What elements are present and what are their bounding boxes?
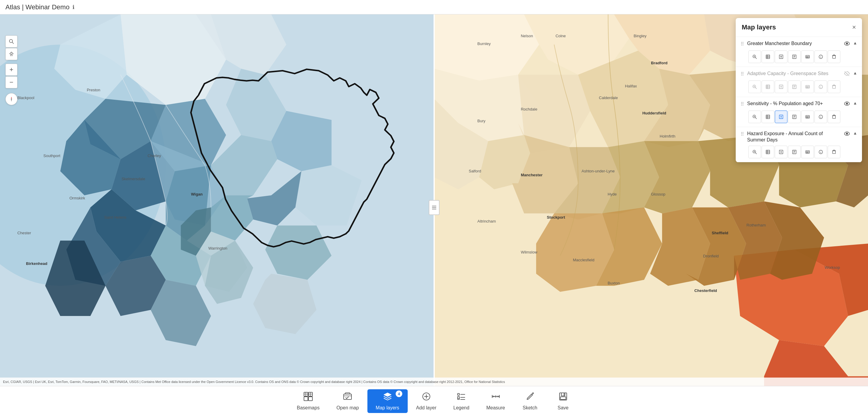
layer-fields-btn-1[interactable] xyxy=(788,50,801,63)
svg-rect-182 xyxy=(833,151,835,153)
svg-marker-57 xyxy=(728,201,782,280)
zoom-in-button[interactable]: + xyxy=(5,64,18,76)
info-icon[interactable]: ℹ xyxy=(72,4,74,10)
toolbar-measure[interactable]: Measure xyxy=(478,389,513,413)
layer-collapse-4[interactable]: ▲ xyxy=(853,131,857,135)
home-button[interactable] xyxy=(5,48,18,60)
layers-panel: Map layers × ⠿ Greater Manchester Bounda… xyxy=(736,18,862,162)
svg-marker-61 xyxy=(11,97,12,99)
layer-info-btn-3[interactable] xyxy=(814,110,827,123)
measure-label: Measure xyxy=(486,405,505,411)
sketch-label: Sketch xyxy=(523,405,537,411)
layer-actions-3 xyxy=(748,110,857,123)
layer-export-btn-2[interactable] xyxy=(775,80,787,93)
svg-marker-41 xyxy=(434,99,488,189)
svg-marker-54 xyxy=(596,208,662,286)
layer-item-adaptive-capacity: ⠿ Adaptive Capacity - Greenspace Sites ▲ xyxy=(736,67,862,97)
layers-panel-header: Map layers × xyxy=(736,18,862,37)
svg-marker-20 xyxy=(181,208,211,256)
layer-info-btn-4[interactable] xyxy=(814,146,827,158)
svg-marker-6 xyxy=(112,141,175,211)
toolbar-sketch[interactable]: Sketch xyxy=(514,389,547,413)
toolbar-basemaps[interactable]: Basemaps xyxy=(288,389,328,413)
layer-fields-btn-2[interactable] xyxy=(788,80,801,93)
zoom-out-button[interactable]: − xyxy=(5,76,18,88)
layer-zoom-btn-2[interactable] xyxy=(748,80,761,93)
layer-export-btn-3[interactable] xyxy=(775,110,787,123)
layer-delete-btn-2[interactable] xyxy=(828,80,840,93)
layer-delete-btn-3[interactable] xyxy=(828,110,840,123)
app-header: Atlas | Webinar Demo ℹ xyxy=(0,0,868,14)
toolbar-map-layers[interactable]: 4 Map layers xyxy=(367,389,408,413)
svg-line-98 xyxy=(755,57,757,59)
svg-marker-8 xyxy=(151,141,226,226)
open-map-icon xyxy=(343,392,352,404)
svg-rect-66 xyxy=(304,397,308,401)
layer-export-btn-4[interactable] xyxy=(775,146,787,158)
layer-name-hazard-exposure: Hazard Exposure - Annual Count of Summer… xyxy=(747,131,841,143)
svg-marker-9 xyxy=(166,165,211,241)
svg-rect-0 xyxy=(0,14,434,401)
layer-delete-btn-1[interactable] xyxy=(828,50,840,63)
svg-marker-35 xyxy=(518,75,590,153)
svg-marker-37 xyxy=(644,69,710,147)
layer-drag-handle-3[interactable]: ⠿ xyxy=(741,101,744,107)
layers-panel-close-button[interactable]: × xyxy=(852,24,856,31)
layer-zoom-btn-1[interactable] xyxy=(748,50,761,63)
layer-attr-table-btn-3[interactable] xyxy=(801,110,814,123)
svg-marker-31 xyxy=(614,14,710,75)
layer-visibility-toggle-4[interactable] xyxy=(844,131,850,138)
layer-info-btn-2[interactable] xyxy=(814,80,827,93)
svg-marker-23 xyxy=(45,241,105,316)
svg-marker-51 xyxy=(794,244,868,316)
map-left-half[interactable] xyxy=(0,14,434,401)
measure-icon xyxy=(491,392,501,404)
layer-fields-btn-4[interactable] xyxy=(788,146,801,158)
layer-export-btn-1[interactable] xyxy=(775,50,787,63)
svg-marker-36 xyxy=(578,50,668,147)
app-title: Atlas | Webinar Demo xyxy=(5,3,69,11)
layer-table-btn-3[interactable] xyxy=(762,110,774,123)
svg-marker-27 xyxy=(253,274,317,334)
legend-label: Legend xyxy=(454,405,469,411)
svg-marker-24 xyxy=(105,255,166,316)
layer-zoom-btn-3[interactable] xyxy=(748,110,761,123)
layer-fields-btn-3[interactable] xyxy=(788,110,801,123)
layer-drag-handle-2[interactable]: ⠿ xyxy=(741,71,744,77)
svg-rect-93 xyxy=(560,397,566,400)
layer-table-btn-2[interactable] xyxy=(762,80,774,93)
layer-drag-handle-4[interactable]: ⠿ xyxy=(741,131,744,137)
svg-marker-29 xyxy=(434,14,539,81)
sketch-icon xyxy=(525,392,535,404)
layer-visibility-toggle-1[interactable] xyxy=(844,40,850,48)
toolbar-add-layer[interactable]: Add layer xyxy=(408,389,445,413)
layer-delete-btn-4[interactable] xyxy=(828,146,840,158)
layer-attr-table-btn-1[interactable] xyxy=(801,50,814,63)
layer-info-btn-1[interactable] xyxy=(814,50,827,63)
toolbar-legend[interactable]: Legend xyxy=(445,389,478,413)
svg-marker-34 xyxy=(434,69,539,141)
swipe-handle[interactable] xyxy=(429,200,440,215)
attribution-bar: Esri, CGIAR, USGS | Esri UK, Esri, TomTo… xyxy=(0,378,868,386)
layer-collapse-2[interactable]: ▲ xyxy=(853,71,857,75)
svg-rect-176 xyxy=(806,150,809,153)
layer-drag-handle-1[interactable]: ⠿ xyxy=(741,40,744,47)
layer-attr-table-btn-2[interactable] xyxy=(801,80,814,93)
svg-point-140 xyxy=(846,103,848,105)
toolbar-open-map[interactable]: Open map xyxy=(328,389,367,413)
layer-attr-table-btn-4[interactable] xyxy=(801,146,814,158)
toolbar-save[interactable]: Save xyxy=(547,389,580,413)
layer-visibility-toggle-3[interactable] xyxy=(844,101,850,108)
layer-collapse-1[interactable]: ▲ xyxy=(853,40,857,45)
search-button[interactable] xyxy=(5,35,18,47)
svg-marker-3 xyxy=(54,14,127,99)
layer-visibility-toggle-2[interactable] xyxy=(844,71,850,78)
compass-button[interactable] xyxy=(5,93,18,105)
layer-actions-2 xyxy=(748,80,857,93)
layer-table-btn-4[interactable] xyxy=(762,146,774,158)
layer-zoom-btn-4[interactable] xyxy=(748,146,761,158)
svg-marker-7 xyxy=(60,120,120,195)
svg-marker-43 xyxy=(512,135,578,214)
layer-table-btn-1[interactable] xyxy=(762,50,774,63)
layer-collapse-3[interactable]: ▲ xyxy=(853,101,857,105)
